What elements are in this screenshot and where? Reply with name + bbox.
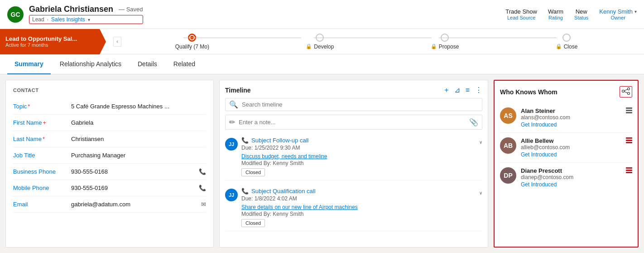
activity-2: JJ 📞 Subject Qualification call Due: 1/8… [225, 184, 482, 231]
header-title-group: Gabriela Christiansen — Saved Lead · Sal… [29, 5, 143, 24]
bizphone-value[interactable]: 930-555-0168 [71, 168, 195, 175]
activity-1-due: Due: 1/25/2022 9:30 AM [241, 145, 476, 151]
stage-close-label: Close [564, 44, 578, 50]
stage-panel-title: Lead to Opportunity Sal... [5, 35, 94, 42]
contact-section-title: CONTACT [13, 88, 206, 93]
topic-value[interactable]: 5 Café Grande Espresso Machines ... [71, 103, 206, 110]
person-allie-bellew: AB Allie Bellew allieb@contoso.com Get I… [500, 133, 632, 163]
lead-source-stat: Trade Show Lead Source [505, 8, 537, 20]
note-text-input[interactable] [239, 119, 466, 126]
tabs-bar: Summary Relationship Analytics Details R… [0, 54, 644, 74]
activity-2-expand-icon[interactable]: ∨ [479, 190, 482, 195]
svg-line-4 [624, 92, 628, 93]
person-allie-menu[interactable] [626, 137, 632, 143]
activity-2-due: Due: 1/8/2022 4:02 AM [241, 195, 476, 202]
breadcrumb-lead: Lead [32, 16, 44, 23]
activity-2-closed-badge[interactable]: Closed [241, 219, 265, 227]
activity-2-subject[interactable]: Subject Qualification call [251, 188, 316, 195]
lastname-label: Last Name* [13, 136, 67, 142]
lead-source-value: Trade Show [505, 8, 537, 15]
stage-line-1 [183, 38, 301, 38]
breadcrumb-insights[interactable]: Sales Insights [51, 16, 85, 23]
stage-line-2 [314, 38, 432, 38]
header-left: GC Gabriela Christiansen — Saved Lead · … [7, 5, 143, 24]
person-diane-name: Diane Prescott [521, 167, 621, 174]
person-allie-email: allieb@contoso.com [521, 144, 621, 151]
tab-related[interactable]: Related [166, 54, 202, 74]
tab-relationship-analytics[interactable]: Relationship Analytics [53, 54, 129, 74]
activity-2-link[interactable]: Share details on our new line of Airpot … [241, 204, 358, 210]
lead-source-label: Lead Source [505, 15, 537, 20]
page-header: GC Gabriela Christiansen — Saved Lead · … [0, 0, 644, 29]
develop-lock-icon: 🔒 [306, 44, 312, 49]
mobilephone-label: Mobile Phone [13, 185, 67, 191]
person-alan-email: alans@contoso.com [521, 114, 621, 121]
note-input-area[interactable]: ✏ 📎 [225, 115, 482, 130]
timeline-search[interactable]: 🔍 [225, 98, 482, 111]
person-alan-menu[interactable] [626, 107, 632, 113]
activity-1-subject[interactable]: Subject Follow-up call [251, 137, 308, 144]
jobtitle-label: Job Title [13, 152, 67, 159]
person-diane-prescott: DP Diane Prescott dianep@contoso.com Get… [500, 163, 632, 192]
stage-propose[interactable]: 🔒 Propose [431, 34, 459, 50]
activity-1-expand-icon[interactable]: ∨ [479, 140, 482, 145]
chevron-down-icon[interactable]: ▾ [88, 17, 90, 22]
timeline-more-icon[interactable]: ⋮ [475, 86, 482, 94]
stage-qualify[interactable]: Qualify (7 Mo) [175, 34, 209, 50]
owner-link[interactable]: Kenny Smith [599, 8, 633, 15]
firstname-value[interactable]: Gabriela [71, 119, 206, 126]
rating-value: Warm [548, 8, 563, 15]
stage-close-circle [562, 34, 571, 42]
mobilephone-value[interactable]: 930-555-0169 [71, 185, 195, 191]
phone-icon[interactable]: 📞 [199, 168, 206, 175]
field-firstname: First Name+ Gabriela [13, 115, 206, 131]
search-icon: 🔍 [229, 100, 238, 109]
person-allie-info: Allie Bellew allieb@contoso.com Get Intr… [521, 137, 621, 158]
saved-indicator: — Saved [119, 6, 143, 13]
timeline-add-icon[interactable]: + [444, 86, 448, 94]
rating-label: Rating [548, 15, 563, 20]
activity-1-closed-badge[interactable]: Closed [241, 168, 265, 176]
jobtitle-value[interactable]: Purchasing Manager [71, 152, 206, 159]
svg-point-2 [628, 92, 630, 95]
person-alan-avatar: AS [500, 107, 516, 124]
person-diane-menu[interactable] [626, 167, 632, 173]
owner-dropdown-icon[interactable]: ▾ [634, 9, 637, 14]
stage-develop[interactable]: 🔒 Develop [306, 34, 334, 50]
stage-line-3 [439, 38, 557, 38]
stage-close[interactable]: 🔒 Close [556, 34, 578, 50]
mobile-phone-icon[interactable]: 📞 [199, 185, 206, 191]
activity-2-modified: Modified By: Kenny Smith [241, 211, 476, 217]
email-icon[interactable]: ✉ [201, 201, 206, 208]
email-value[interactable]: gabriela@adatum.com [71, 201, 197, 208]
breadcrumb-separator: · [47, 16, 48, 23]
activity-2-avatar: JJ [225, 189, 238, 201]
timeline-list-icon[interactable]: ≡ [466, 86, 470, 94]
timeline-header: Timeline + ⊿ ≡ ⋮ [225, 86, 482, 94]
owner-stat: Kenny Smith ▾ Owner [599, 8, 637, 20]
wkw-network-icon-button[interactable] [620, 86, 632, 97]
tab-summary[interactable]: Summary [7, 54, 51, 74]
field-lastname: Last Name* Christiansen [13, 131, 206, 147]
svg-point-0 [622, 90, 625, 92]
email-label: Email [13, 201, 67, 208]
stage-develop-label: Develop [314, 44, 334, 50]
breadcrumb: Lead · Sales Insights ▾ [29, 15, 143, 24]
activity-2-body: 📞 Subject Qualification call Due: 1/8/20… [241, 188, 476, 227]
timeline-search-input[interactable] [242, 101, 478, 108]
stage-collapse-button[interactable]: ‹ [113, 37, 121, 47]
person-diane-introduce-link[interactable]: Get Introduced [521, 181, 621, 188]
person-alan-introduce-link[interactable]: Get Introduced [521, 122, 621, 128]
lastname-value[interactable]: Christiansen [71, 136, 206, 142]
status-stat: New Status [574, 8, 588, 20]
rating-stat: Warm Rating [548, 8, 563, 20]
svg-point-1 [628, 88, 630, 90]
tab-details[interactable]: Details [130, 54, 164, 74]
person-alan-steiner: AS Alan Steiner alans@contoso.com Get In… [500, 103, 632, 133]
person-allie-introduce-link[interactable]: Get Introduced [521, 151, 621, 158]
person-allie-name: Allie Bellew [521, 137, 621, 144]
timeline-filter-icon[interactable]: ⊿ [454, 86, 460, 94]
contact-name: Gabriela Christiansen [29, 5, 113, 14]
attachment-icon[interactable]: 📎 [469, 118, 478, 126]
activity-1-link[interactable]: Discuss budget, needs and timeline [241, 153, 327, 160]
